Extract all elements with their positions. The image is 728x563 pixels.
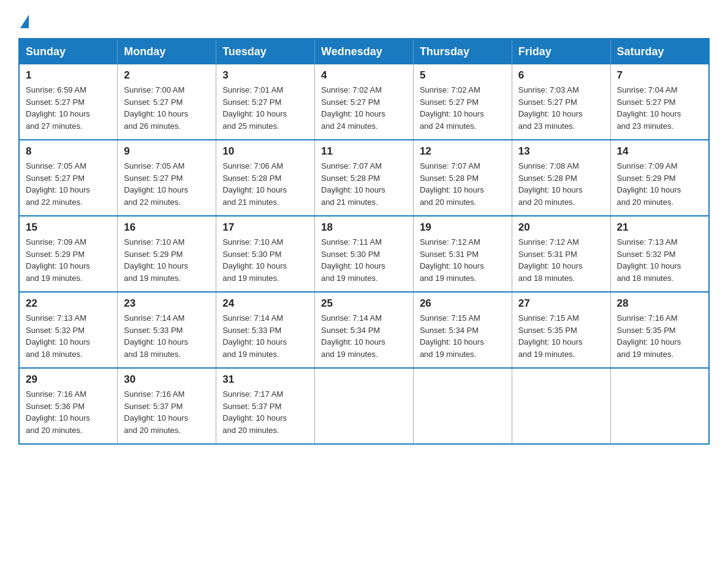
- day-info: Sunrise: 7:02 AMSunset: 5:27 PMDaylight:…: [321, 84, 407, 132]
- day-number: 19: [420, 221, 506, 234]
- day-info: Sunrise: 7:10 AMSunset: 5:30 PMDaylight:…: [222, 236, 308, 284]
- day-number: 10: [222, 145, 308, 158]
- week-row-2: 8Sunrise: 7:05 AMSunset: 5:27 PMDaylight…: [19, 140, 709, 216]
- day-cell: 15Sunrise: 7:09 AMSunset: 5:29 PMDayligh…: [19, 216, 118, 292]
- day-info: Sunrise: 7:14 AMSunset: 5:33 PMDaylight:…: [124, 312, 210, 360]
- logo: [18, 12, 29, 26]
- day-cell: 20Sunrise: 7:12 AMSunset: 5:31 PMDayligh…: [512, 216, 610, 292]
- day-number: 22: [26, 297, 111, 310]
- calendar-table: SundayMondayTuesdayWednesdayThursdayFrid…: [18, 38, 710, 445]
- day-info: Sunrise: 7:09 AMSunset: 5:29 PMDaylight:…: [26, 236, 111, 284]
- week-row-3: 15Sunrise: 7:09 AMSunset: 5:29 PMDayligh…: [19, 216, 709, 292]
- day-cell: 19Sunrise: 7:12 AMSunset: 5:31 PMDayligh…: [413, 216, 512, 292]
- day-cell: 11Sunrise: 7:07 AMSunset: 5:28 PMDayligh…: [315, 140, 414, 216]
- day-cell: 27Sunrise: 7:15 AMSunset: 5:35 PMDayligh…: [512, 292, 610, 368]
- day-cell: 25Sunrise: 7:14 AMSunset: 5:34 PMDayligh…: [315, 292, 414, 368]
- week-row-5: 29Sunrise: 7:16 AMSunset: 5:36 PMDayligh…: [19, 368, 709, 444]
- day-number: 13: [518, 145, 604, 158]
- day-cell: 10Sunrise: 7:06 AMSunset: 5:28 PMDayligh…: [216, 140, 315, 216]
- header-saturday: Saturday: [610, 39, 709, 64]
- day-info: Sunrise: 7:15 AMSunset: 5:35 PMDaylight:…: [518, 312, 604, 360]
- header-tuesday: Tuesday: [216, 39, 315, 64]
- header-wednesday: Wednesday: [315, 39, 414, 64]
- day-number: 12: [420, 145, 506, 158]
- day-cell: 6Sunrise: 7:03 AMSunset: 5:27 PMDaylight…: [512, 64, 610, 140]
- day-number: 11: [321, 145, 407, 158]
- day-cell: 5Sunrise: 7:02 AMSunset: 5:27 PMDaylight…: [413, 64, 512, 140]
- day-number: 25: [321, 297, 407, 310]
- day-info: Sunrise: 7:16 AMSunset: 5:37 PMDaylight:…: [124, 388, 210, 436]
- day-info: Sunrise: 7:04 AMSunset: 5:27 PMDaylight:…: [617, 84, 702, 132]
- day-info: Sunrise: 7:16 AMSunset: 5:35 PMDaylight:…: [617, 312, 702, 360]
- day-number: 4: [321, 69, 407, 82]
- day-number: 2: [124, 69, 210, 82]
- day-number: 23: [124, 297, 210, 310]
- day-info: Sunrise: 7:17 AMSunset: 5:37 PMDaylight:…: [222, 388, 308, 436]
- day-number: 15: [26, 221, 111, 234]
- day-number: 26: [420, 297, 506, 310]
- day-info: Sunrise: 7:07 AMSunset: 5:28 PMDaylight:…: [420, 160, 506, 208]
- day-info: Sunrise: 7:11 AMSunset: 5:30 PMDaylight:…: [321, 236, 407, 284]
- day-info: Sunrise: 7:02 AMSunset: 5:27 PMDaylight:…: [420, 84, 506, 132]
- day-number: 24: [222, 297, 308, 310]
- day-cell: 14Sunrise: 7:09 AMSunset: 5:29 PMDayligh…: [610, 140, 709, 216]
- day-cell: [315, 368, 414, 444]
- day-cell: [512, 368, 610, 444]
- day-number: 29: [26, 373, 111, 386]
- day-info: Sunrise: 7:05 AMSunset: 5:27 PMDaylight:…: [124, 160, 210, 208]
- header-thursday: Thursday: [413, 39, 512, 64]
- day-cell: 29Sunrise: 7:16 AMSunset: 5:36 PMDayligh…: [19, 368, 118, 444]
- day-number: 21: [617, 221, 702, 234]
- week-row-1: 1Sunrise: 6:59 AMSunset: 5:27 PMDaylight…: [19, 64, 709, 140]
- day-info: Sunrise: 7:16 AMSunset: 5:36 PMDaylight:…: [26, 388, 111, 436]
- day-cell: 8Sunrise: 7:05 AMSunset: 5:27 PMDaylight…: [19, 140, 118, 216]
- day-number: 5: [420, 69, 506, 82]
- day-cell: [610, 368, 709, 444]
- week-row-4: 22Sunrise: 7:13 AMSunset: 5:32 PMDayligh…: [19, 292, 709, 368]
- header-sunday: Sunday: [19, 39, 118, 64]
- day-cell: 16Sunrise: 7:10 AMSunset: 5:29 PMDayligh…: [118, 216, 216, 292]
- calendar-header-row: SundayMondayTuesdayWednesdayThursdayFrid…: [19, 39, 709, 64]
- day-info: Sunrise: 7:08 AMSunset: 5:28 PMDaylight:…: [518, 160, 604, 208]
- day-number: 30: [124, 373, 210, 386]
- day-cell: 13Sunrise: 7:08 AMSunset: 5:28 PMDayligh…: [512, 140, 610, 216]
- day-number: 17: [222, 221, 308, 234]
- header-friday: Friday: [512, 39, 610, 64]
- day-cell: [413, 368, 512, 444]
- day-info: Sunrise: 7:14 AMSunset: 5:33 PMDaylight:…: [222, 312, 308, 360]
- day-number: 1: [26, 69, 111, 82]
- day-cell: 31Sunrise: 7:17 AMSunset: 5:37 PMDayligh…: [216, 368, 315, 444]
- day-cell: 4Sunrise: 7:02 AMSunset: 5:27 PMDaylight…: [315, 64, 414, 140]
- day-number: 31: [222, 373, 308, 386]
- day-cell: 22Sunrise: 7:13 AMSunset: 5:32 PMDayligh…: [19, 292, 118, 368]
- logo-top: [18, 12, 29, 28]
- day-info: Sunrise: 7:07 AMSunset: 5:28 PMDaylight:…: [321, 160, 407, 208]
- day-number: 7: [617, 69, 702, 82]
- day-cell: 28Sunrise: 7:16 AMSunset: 5:35 PMDayligh…: [610, 292, 709, 368]
- day-number: 16: [124, 221, 210, 234]
- page-header: [18, 12, 710, 26]
- day-info: Sunrise: 7:00 AMSunset: 5:27 PMDaylight:…: [124, 84, 210, 132]
- day-number: 9: [124, 145, 210, 158]
- day-number: 20: [518, 221, 604, 234]
- day-cell: 17Sunrise: 7:10 AMSunset: 5:30 PMDayligh…: [216, 216, 315, 292]
- day-cell: 24Sunrise: 7:14 AMSunset: 5:33 PMDayligh…: [216, 292, 315, 368]
- day-number: 8: [26, 145, 111, 158]
- day-number: 14: [617, 145, 702, 158]
- day-info: Sunrise: 7:13 AMSunset: 5:32 PMDaylight:…: [26, 312, 111, 360]
- day-info: Sunrise: 7:14 AMSunset: 5:34 PMDaylight:…: [321, 312, 407, 360]
- day-cell: 12Sunrise: 7:07 AMSunset: 5:28 PMDayligh…: [413, 140, 512, 216]
- day-info: Sunrise: 7:01 AMSunset: 5:27 PMDaylight:…: [222, 84, 308, 132]
- day-number: 3: [222, 69, 308, 82]
- day-cell: 18Sunrise: 7:11 AMSunset: 5:30 PMDayligh…: [315, 216, 414, 292]
- day-number: 28: [617, 297, 702, 310]
- day-info: Sunrise: 7:12 AMSunset: 5:31 PMDaylight:…: [420, 236, 506, 284]
- day-cell: 3Sunrise: 7:01 AMSunset: 5:27 PMDaylight…: [216, 64, 315, 140]
- day-info: Sunrise: 7:12 AMSunset: 5:31 PMDaylight:…: [518, 236, 604, 284]
- day-cell: 2Sunrise: 7:00 AMSunset: 5:27 PMDaylight…: [118, 64, 216, 140]
- logo-triangle-icon: [20, 15, 29, 28]
- day-info: Sunrise: 7:03 AMSunset: 5:27 PMDaylight:…: [518, 84, 604, 132]
- day-cell: 9Sunrise: 7:05 AMSunset: 5:27 PMDaylight…: [118, 140, 216, 216]
- day-cell: 30Sunrise: 7:16 AMSunset: 5:37 PMDayligh…: [118, 368, 216, 444]
- day-number: 6: [518, 69, 604, 82]
